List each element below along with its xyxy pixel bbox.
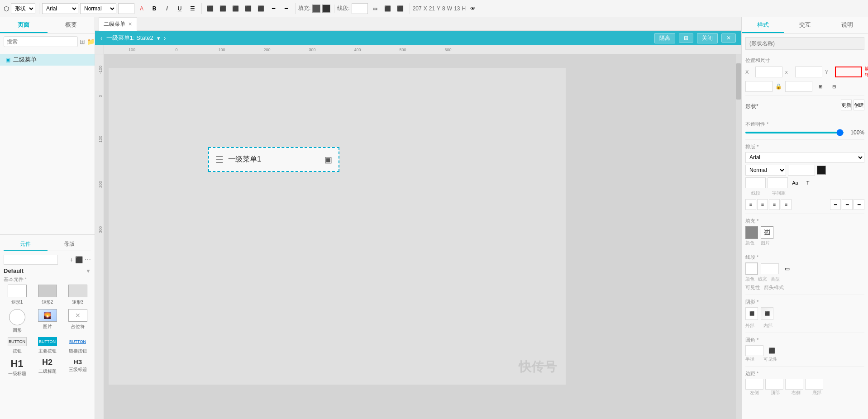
outer-shadow-btn[interactable]: ⬛ xyxy=(745,307,758,320)
inner-shadow-btn[interactable]: ⬛ xyxy=(761,307,773,320)
tab-interact[interactable]: 交互 xyxy=(784,17,826,33)
text-align-left-btn[interactable]: ≡ xyxy=(745,199,756,210)
valign-btn3[interactable]: ━ xyxy=(281,3,291,14)
border-width-input[interactable]: 0 xyxy=(761,263,779,274)
comp-circle[interactable]: 圆形 xyxy=(4,309,30,333)
tab-close-btn[interactable]: ✕ xyxy=(128,21,132,27)
text-align-right-btn[interactable]: ≡ xyxy=(769,199,780,210)
text-aa-btn[interactable]: Aa xyxy=(790,177,801,188)
align-justify-btn[interactable]: ⬛ xyxy=(243,3,253,14)
lb-tab-masters[interactable]: 母版 xyxy=(48,238,91,251)
h1-component[interactable]: H1 一级标题 xyxy=(4,358,30,377)
text-wrap-btn[interactable]: ━ xyxy=(854,199,864,210)
next-state-btn[interactable]: › xyxy=(164,34,166,42)
italic-btn[interactable]: I xyxy=(162,3,172,14)
comp-rect3[interactable]: 矩形3 xyxy=(64,285,91,305)
text-align-justify-btn[interactable]: ≡ xyxy=(781,199,792,210)
comp-btn[interactable]: BUTTON 按钮 xyxy=(4,337,30,354)
letter-spacing-input[interactable]: 0 xyxy=(768,177,788,188)
corner-radius-input[interactable]: 0 xyxy=(745,345,763,356)
x-prop-input[interactable]: 207 xyxy=(755,67,782,77)
font-style-select[interactable]: NormalNormalBoldItalicBold Italic xyxy=(80,3,116,14)
w-prop-input[interactable]: 13 xyxy=(745,81,773,92)
shape-select[interactable]: 形状形状矩形圆形文本 xyxy=(11,3,35,14)
create-btn[interactable]: 创建 xyxy=(854,100,864,110)
tab-style[interactable]: 样式 xyxy=(742,17,784,33)
comp-placeholder[interactable]: ✕ 占位符 xyxy=(64,309,91,333)
font-family-select[interactable]: ArialArialHelveticaTimes New RomanCourie… xyxy=(42,3,78,14)
stroke-style-btn[interactable]: ▭ xyxy=(370,3,381,14)
add-component-btn[interactable]: + xyxy=(70,256,73,263)
text-single-line-btn[interactable]: ━ xyxy=(830,199,841,210)
valign-btn2[interactable]: ━ xyxy=(268,3,279,14)
text-t-btn[interactable]: T xyxy=(802,177,813,188)
corner-visibility-btn[interactable]: ⬛ xyxy=(766,345,777,356)
font-family-right-select[interactable]: ArialArialHelveticaTimes New RomanCourie… xyxy=(745,152,864,163)
z-prop-input[interactable]: 180 xyxy=(835,67,862,77)
close-x-btn[interactable]: ✕ xyxy=(721,33,736,43)
pad-top-input[interactable]: 2 xyxy=(765,379,783,390)
list-btn[interactable]: ☰ xyxy=(187,3,198,14)
prev-state-btn[interactable]: ‹ xyxy=(100,34,103,42)
line-height-input[interactable]: 15 (auto) xyxy=(745,177,766,188)
align-left-btn[interactable]: ⬛ xyxy=(205,3,215,14)
component-search-input[interactable] xyxy=(4,255,58,265)
tab-desc[interactable]: 说明 xyxy=(826,17,868,33)
stroke-more-btn[interactable]: ⬛ xyxy=(395,3,406,14)
menu-component[interactable]: ☰ 一级菜单1 ▣ xyxy=(208,147,339,172)
tree-item-menu[interactable]: ▣ 二级菜单 xyxy=(0,54,95,66)
section-collapse-icon[interactable]: ▼ xyxy=(86,268,91,274)
font-style-right-select[interactable]: NormalNormalBoldItalicBold Italic xyxy=(745,165,786,176)
align-center-btn[interactable]: ⬛ xyxy=(217,3,228,14)
bold-btn[interactable]: B xyxy=(149,3,160,14)
font-color-btn[interactable]: A xyxy=(136,3,147,14)
canvas-vertical-scrollbar[interactable] xyxy=(736,54,741,419)
comp-image[interactable]: 🌄 图片 xyxy=(34,309,61,333)
update-btn[interactable]: 更新 xyxy=(841,100,852,110)
pad-left-input[interactable]: 2 xyxy=(745,379,763,390)
tab-pages[interactable]: 页面 xyxy=(0,17,48,33)
font-color-swatch[interactable] xyxy=(817,166,826,175)
h-prop-input[interactable]: 8 xyxy=(785,81,812,92)
frame-dropdown-icon[interactable]: ▾ xyxy=(157,35,160,42)
fill-color-btn[interactable] xyxy=(745,226,758,239)
border-style-btn[interactable]: ▭ xyxy=(782,263,792,274)
component-import-btn[interactable]: ⬛ xyxy=(75,256,83,263)
isolate-icon-btn[interactable]: ⊞ xyxy=(679,33,693,43)
comp-btn-blue[interactable]: BUTTON 主要按钮 xyxy=(34,337,61,354)
new-page-icon[interactable]: ⊞ xyxy=(80,38,85,45)
valign-btn1[interactable]: ⬛ xyxy=(255,3,266,14)
lb-tab-elements[interactable]: 元件 xyxy=(4,238,48,251)
comp-rect1[interactable]: 矩形1 xyxy=(4,285,30,305)
visibility-btn[interactable]: 👁 xyxy=(467,3,478,14)
resize-mode2-btn[interactable]: ⊟ xyxy=(829,81,839,92)
fill-color-box2[interactable] xyxy=(322,5,330,13)
y-prop-input[interactable]: 21 xyxy=(795,67,822,77)
text-multi-line-btn[interactable]: ━ xyxy=(842,199,853,210)
component-more-btn[interactable]: ⋯ xyxy=(85,256,91,263)
font-size-right-input[interactable]: 13 xyxy=(788,165,815,176)
folder-icon[interactable]: 📁 xyxy=(87,38,95,45)
tab-outline[interactable]: 概要 xyxy=(48,17,95,33)
comp-rect2[interactable]: 矩形2 xyxy=(34,285,61,305)
opacity-slider[interactable] xyxy=(745,132,844,133)
scrollbar-thumb[interactable] xyxy=(736,63,741,100)
shape-name-input[interactable] xyxy=(745,37,864,50)
h3-component[interactable]: H3 三级标题 xyxy=(64,358,91,377)
stroke-value-input[interactable]: 0 xyxy=(352,3,368,14)
main-canvas-scroll[interactable]: ☰ 一级菜单1 ▣ 快传号 xyxy=(104,54,741,419)
canvas-tab[interactable]: 二级菜单 ✕ xyxy=(99,17,137,31)
fill-color-box[interactable] xyxy=(312,5,320,13)
font-size-input[interactable]: 13 xyxy=(118,3,134,14)
align-right-btn[interactable]: ⬛ xyxy=(230,3,241,14)
h2-component[interactable]: H2 二级标题 xyxy=(34,358,61,377)
close-canvas-btn[interactable]: 关闭 xyxy=(697,33,718,43)
border-color-btn[interactable] xyxy=(745,262,758,275)
text-align-center-btn[interactable]: ≡ xyxy=(757,199,768,210)
fill-image-btn[interactable]: 🖼 xyxy=(761,226,773,239)
search-input[interactable] xyxy=(4,36,78,47)
isolate-btn[interactable]: 隔离 xyxy=(654,33,675,43)
resize-mode-btn[interactable]: ⊞ xyxy=(815,81,826,92)
stroke-opt-btn[interactable]: ⬛ xyxy=(382,3,393,14)
comp-btn-link[interactable]: BUTTON 链接按钮 xyxy=(64,337,91,354)
